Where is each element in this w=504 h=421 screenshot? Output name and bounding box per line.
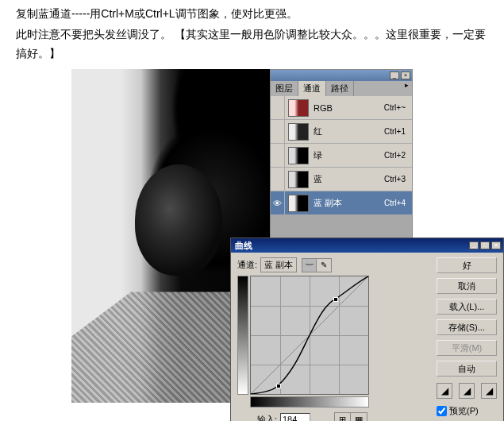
curves-dialog: 曲线 _ □ × 通道: 蓝 副本 〰 ✎ <box>230 238 504 421</box>
channel-dropdown[interactable]: 蓝 副本 <box>260 257 297 272</box>
curve-point[interactable] <box>333 297 338 302</box>
gray-eyedropper-icon[interactable]: ◢ <box>459 383 475 399</box>
curve-tool-icon[interactable]: 〰 <box>302 259 317 272</box>
visibility-toggle[interactable] <box>271 144 285 167</box>
output-gradient <box>237 276 248 395</box>
grid-fine-icon[interactable] <box>351 413 367 421</box>
channel-shortcut: Ctrl+1 <box>384 127 412 136</box>
close-icon[interactable]: × <box>491 241 501 249</box>
workspace: _ × 图层 通道 路径 ▸ RGB Ctrl+~ 红 Ctrl+1 <box>71 69 429 403</box>
panel-titlebar[interactable]: _ × <box>271 70 412 81</box>
channel-thumbnail <box>288 147 309 164</box>
channel-thumbnail <box>288 123 309 141</box>
channel-thumbnail <box>288 99 309 117</box>
channel-shortcut: Ctrl+3 <box>384 175 412 183</box>
curve-grid[interactable] <box>250 276 369 395</box>
channel-label: 通道: <box>237 259 257 271</box>
visibility-toggle[interactable] <box>271 96 285 119</box>
minimize-icon[interactable]: _ <box>390 71 399 79</box>
save-button[interactable]: 存储(S)... <box>437 319 497 335</box>
curve-line <box>251 276 368 394</box>
channel-name: 蓝 <box>312 173 384 185</box>
channel-thumbnail <box>288 171 309 188</box>
channel-name: 绿 <box>312 149 384 161</box>
input-field[interactable] <box>280 413 310 421</box>
black-eyedropper-icon[interactable]: ◢ <box>437 383 452 399</box>
channel-row-red[interactable]: 红 Ctrl+1 <box>271 120 412 144</box>
auto-button[interactable]: 自动 <box>437 361 497 377</box>
tab-channels[interactable]: 通道 <box>298 81 326 96</box>
channel-row-blue[interactable]: 蓝 Ctrl+3 <box>271 168 412 191</box>
cancel-button[interactable]: 取消 <box>437 278 497 294</box>
instruction-line-2: 此时注意不要把头发丝调没了。 【其实这里一般用色阶调整比较大众。。。这里很重要，… <box>16 25 488 64</box>
instruction-text: 复制蓝通道-----用Ctrl+M或Ctrl+L调节图象，使对比更强。 此时注意… <box>0 0 504 69</box>
maximize-icon[interactable]: □ <box>480 241 490 249</box>
visibility-toggle[interactable] <box>271 168 285 191</box>
panel-menu-icon[interactable]: ▸ <box>401 81 412 96</box>
ok-button[interactable]: 好 <box>437 257 497 273</box>
input-label: 输入: <box>250 414 277 421</box>
curves-titlebar[interactable]: 曲线 _ □ × <box>231 238 503 253</box>
panel-tabs: 图层 通道 路径 ▸ <box>271 81 412 96</box>
curve-point[interactable] <box>276 384 281 388</box>
preview-label: 预览(P) <box>449 405 479 417</box>
channel-shortcut: Ctrl+4 <box>384 199 412 207</box>
minimize-icon[interactable]: _ <box>469 241 479 249</box>
channel-row-green[interactable]: 绿 Ctrl+2 <box>271 144 412 168</box>
preview-checkbox[interactable] <box>437 406 447 416</box>
tab-paths[interactable]: 路径 <box>326 81 354 96</box>
channel-list: RGB Ctrl+~ 红 Ctrl+1 绿 Ctrl+2 蓝 Ctrl+3 <box>271 96 412 244</box>
channel-shortcut: Ctrl+~ <box>384 103 412 112</box>
instruction-line-1: 复制蓝通道-----用Ctrl+M或Ctrl+L调节图象，使对比更强。 <box>16 5 488 24</box>
input-gradient <box>250 396 369 407</box>
channel-name: 蓝 副本 <box>312 197 384 209</box>
channel-row-blue-copy[interactable]: 👁 蓝 副本 Ctrl+4 <box>271 191 412 215</box>
channel-name: RGB <box>312 103 384 113</box>
channel-shortcut: Ctrl+2 <box>384 151 412 160</box>
white-eyedropper-icon[interactable]: ◢ <box>481 383 497 399</box>
channel-selector: 通道: 蓝 副本 〰 ✎ <box>237 257 430 272</box>
visibility-toggle[interactable] <box>271 120 285 143</box>
dialog-title: 曲线 <box>233 240 467 252</box>
close-icon[interactable]: × <box>401 71 410 79</box>
channel-row-rgb[interactable]: RGB Ctrl+~ <box>271 96 412 120</box>
channel-name: 红 <box>312 126 384 137</box>
pencil-tool-icon[interactable]: ✎ <box>317 259 331 272</box>
tab-layers[interactable]: 图层 <box>271 81 298 96</box>
smooth-button: 平滑(M) <box>437 340 497 356</box>
grid-coarse-icon[interactable] <box>335 413 351 421</box>
visibility-toggle[interactable]: 👁 <box>271 191 285 214</box>
load-button[interactable]: 载入(L)... <box>437 299 497 315</box>
channel-thumbnail <box>288 195 309 212</box>
channels-panel: _ × 图层 通道 路径 ▸ RGB Ctrl+~ 红 Ctrl+1 <box>270 69 413 245</box>
